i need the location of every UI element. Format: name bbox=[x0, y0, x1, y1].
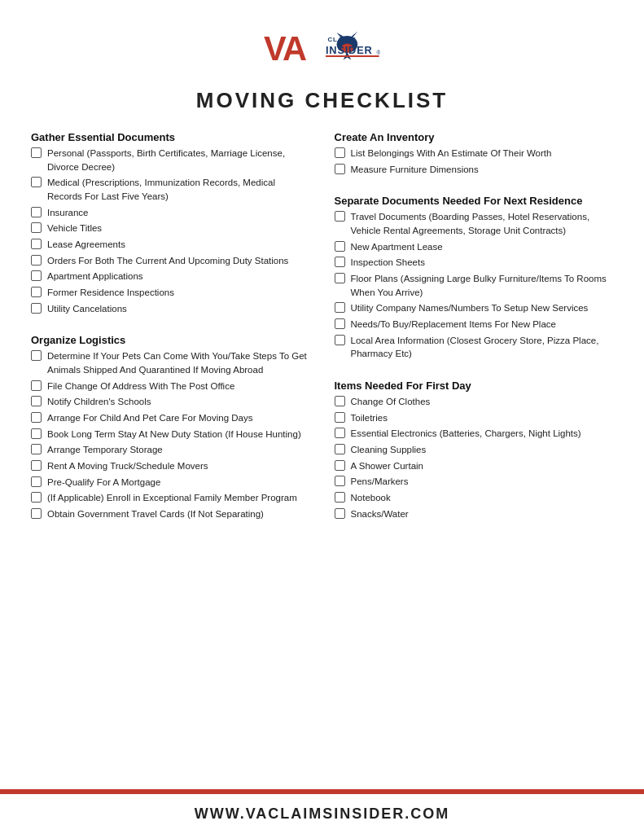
section-title-organize-logistics: Organize Logistics bbox=[31, 334, 310, 346]
list-item-text: Rent A Moving Truck/Schedule Movers bbox=[47, 459, 208, 473]
list-item-text: Snacks/Water bbox=[351, 507, 409, 521]
checkbox[interactable] bbox=[335, 335, 345, 345]
va-claims-insider-logo: VA CLAIMS INSIDER ® bbox=[257, 24, 388, 73]
list-item-text: (If Applicable) Enroll in Exceptional Fa… bbox=[47, 491, 297, 505]
checkbox[interactable] bbox=[31, 460, 42, 471]
section-title-gather-essential-documents: Gather Essential Documents bbox=[31, 131, 310, 143]
checkbox[interactable] bbox=[31, 177, 42, 187]
list-item-text: Notify Children's Schools bbox=[47, 395, 151, 409]
list-item: Local Area Information (Closest Grocery … bbox=[335, 334, 614, 361]
logo-area: VA CLAIMS INSIDER ® bbox=[257, 24, 388, 73]
section-title-separate-documents: Separate Documents Needed For Next Resid… bbox=[335, 195, 614, 207]
list-item: Medical (Prescriptions, Immunization Rec… bbox=[31, 176, 310, 203]
list-item-text: Floor Plans (Assigning Large Bulky Furni… bbox=[351, 272, 614, 299]
svg-text:®: ® bbox=[376, 50, 380, 55]
list-item-text: Book Long Term Stay At New Duty Station … bbox=[47, 428, 301, 441]
checkbox[interactable] bbox=[335, 492, 345, 503]
checkbox[interactable] bbox=[31, 412, 42, 423]
list-item-text: Pre-Qualify For A Mortgage bbox=[47, 476, 160, 489]
checkbox[interactable] bbox=[335, 164, 345, 174]
checkbox[interactable] bbox=[31, 380, 42, 391]
checkbox[interactable] bbox=[335, 147, 345, 158]
list-item-text: Local Area Information (Closest Grocery … bbox=[351, 334, 614, 361]
checkbox[interactable] bbox=[335, 412, 345, 423]
list-item-text: Determine If Your Pets Can Come With You… bbox=[47, 349, 310, 376]
content-columns: Gather Essential DocumentsPersonal (Pass… bbox=[0, 131, 644, 789]
list-item-text: Orders For Both The Current And Upcoming… bbox=[47, 254, 288, 268]
list-item: Apartment Applications bbox=[31, 270, 310, 283]
list-item-text: Insurance bbox=[47, 206, 89, 220]
list-item: Travel Documents (Boarding Passes, Hotel… bbox=[335, 210, 614, 237]
list-item: Utility Cancelations bbox=[31, 302, 310, 316]
svg-rect-9 bbox=[326, 55, 379, 57]
checkbox[interactable] bbox=[31, 428, 42, 439]
list-item-text: Former Residence Inspections bbox=[47, 286, 174, 300]
checklist-separate-documents: Travel Documents (Boarding Passes, Hotel… bbox=[335, 210, 614, 363]
list-item-text: File Change Of Address With The Post Off… bbox=[47, 380, 234, 393]
list-item: Lease Agreements bbox=[31, 238, 310, 252]
checkbox[interactable] bbox=[335, 241, 345, 252]
svg-text:VA: VA bbox=[264, 29, 306, 68]
list-item: Snacks/Water bbox=[335, 507, 614, 521]
checklist-organize-logistics: Determine If Your Pets Can Come With You… bbox=[31, 349, 310, 523]
checkbox[interactable] bbox=[31, 207, 42, 217]
checkbox[interactable] bbox=[31, 270, 42, 281]
list-item: Notebook bbox=[335, 491, 614, 505]
list-item: Insurance bbox=[31, 206, 310, 220]
list-item-text: Vehicle Titles bbox=[47, 222, 102, 235]
list-item: Book Long Term Stay At New Duty Station … bbox=[31, 428, 310, 441]
checkbox[interactable] bbox=[335, 508, 345, 519]
list-item-text: Lease Agreements bbox=[47, 238, 125, 252]
list-item: Utility Company Names/Numbers To Setup N… bbox=[335, 301, 614, 315]
checkbox[interactable] bbox=[335, 318, 345, 329]
list-item: Personal (Passports, Birth Certificates,… bbox=[31, 147, 310, 173]
page-title: MOVING CHECKLIST bbox=[196, 88, 448, 113]
checkbox[interactable] bbox=[31, 492, 42, 503]
checkbox[interactable] bbox=[335, 257, 345, 267]
list-item-text: Arrange For Child And Pet Care For Movin… bbox=[47, 411, 252, 425]
checkbox[interactable] bbox=[31, 396, 42, 406]
list-item: List Belongings With An Estimate Of Thei… bbox=[335, 147, 614, 160]
section-title-items-first-day: Items Needed For First Day bbox=[335, 380, 614, 392]
checkbox[interactable] bbox=[31, 239, 42, 249]
checkbox[interactable] bbox=[31, 303, 42, 314]
checkbox[interactable] bbox=[31, 444, 42, 454]
list-item-text: A Shower Curtain bbox=[351, 459, 424, 473]
list-item: Needs/To Buy/Replacement Items For New P… bbox=[335, 318, 614, 331]
checkbox[interactable] bbox=[31, 255, 42, 266]
checkbox[interactable] bbox=[31, 350, 42, 361]
list-item-text: Utility Cancelations bbox=[47, 302, 127, 316]
page: VA CLAIMS INSIDER ® MOVING CHECKLIST Gat… bbox=[0, 0, 644, 834]
checkbox[interactable] bbox=[335, 460, 345, 471]
list-item-text: Inspection Sheets bbox=[351, 256, 425, 270]
checkbox[interactable] bbox=[335, 273, 345, 283]
checkbox[interactable] bbox=[31, 222, 42, 233]
list-item: Notify Children's Schools bbox=[31, 395, 310, 409]
checklist-items-first-day: Change Of ClothesToiletriesEssential Ele… bbox=[335, 395, 614, 523]
list-item-text: New Apartment Lease bbox=[351, 240, 443, 254]
checkbox[interactable] bbox=[31, 476, 42, 487]
checkbox[interactable] bbox=[335, 428, 345, 438]
list-item: Change Of Clothes bbox=[335, 395, 614, 409]
list-item-text: Medical (Prescriptions, Immunization Rec… bbox=[47, 176, 310, 203]
checkbox[interactable] bbox=[335, 476, 345, 486]
svg-text:CLAIMS: CLAIMS bbox=[327, 36, 356, 43]
list-item: Rent A Moving Truck/Schedule Movers bbox=[31, 459, 310, 473]
list-item-text: Toiletries bbox=[351, 411, 388, 425]
checkbox[interactable] bbox=[335, 444, 345, 454]
checkbox[interactable] bbox=[31, 287, 42, 297]
checkbox[interactable] bbox=[335, 211, 345, 222]
checkbox[interactable] bbox=[31, 508, 42, 519]
list-item: Inspection Sheets bbox=[335, 256, 614, 270]
checkbox[interactable] bbox=[31, 147, 42, 158]
checkbox[interactable] bbox=[335, 302, 345, 313]
section-title-create-an-inventory: Create An Inventory bbox=[335, 131, 614, 143]
list-item: File Change Of Address With The Post Off… bbox=[31, 380, 310, 393]
list-item-text: Utility Company Names/Numbers To Setup N… bbox=[351, 301, 589, 315]
list-item-text: Pens/Markers bbox=[351, 475, 409, 489]
list-item-text: Essential Electronics (Batteries, Charge… bbox=[351, 427, 581, 441]
list-item: (If Applicable) Enroll in Exceptional Fa… bbox=[31, 491, 310, 505]
checkbox[interactable] bbox=[335, 396, 345, 406]
list-item-text: Obtain Government Travel Cards (If Not S… bbox=[47, 507, 264, 521]
list-item: Pre-Qualify For A Mortgage bbox=[31, 476, 310, 489]
